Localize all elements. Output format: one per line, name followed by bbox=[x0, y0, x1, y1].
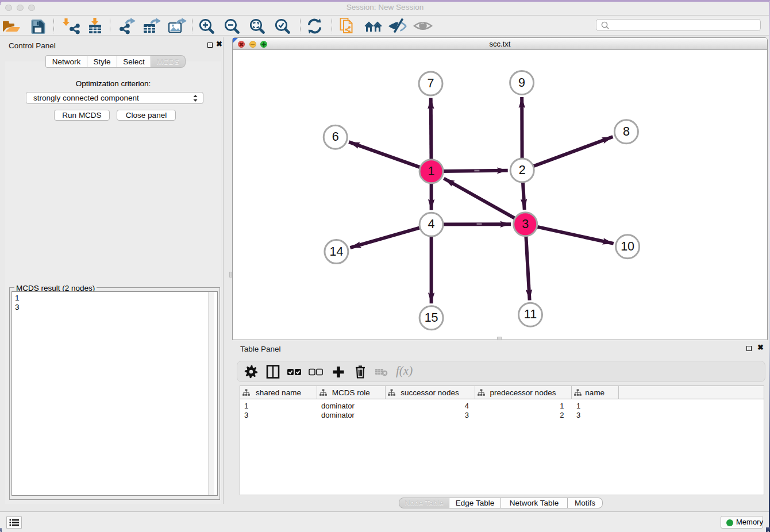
svg-text:14: 14 bbox=[329, 245, 343, 259]
svg-text:15: 15 bbox=[425, 311, 438, 325]
svg-text:10: 10 bbox=[621, 240, 634, 253]
svg-text:8: 8 bbox=[623, 125, 630, 138]
svg-text:3: 3 bbox=[522, 217, 529, 231]
svg-text:1: 1 bbox=[428, 164, 435, 178]
svg-text:11: 11 bbox=[524, 307, 537, 321]
svg-text:6: 6 bbox=[332, 130, 339, 144]
svg-text:2: 2 bbox=[519, 163, 526, 177]
svg-text:9: 9 bbox=[518, 76, 525, 90]
svg-text:7: 7 bbox=[428, 76, 434, 90]
svg-text:4: 4 bbox=[428, 217, 435, 231]
